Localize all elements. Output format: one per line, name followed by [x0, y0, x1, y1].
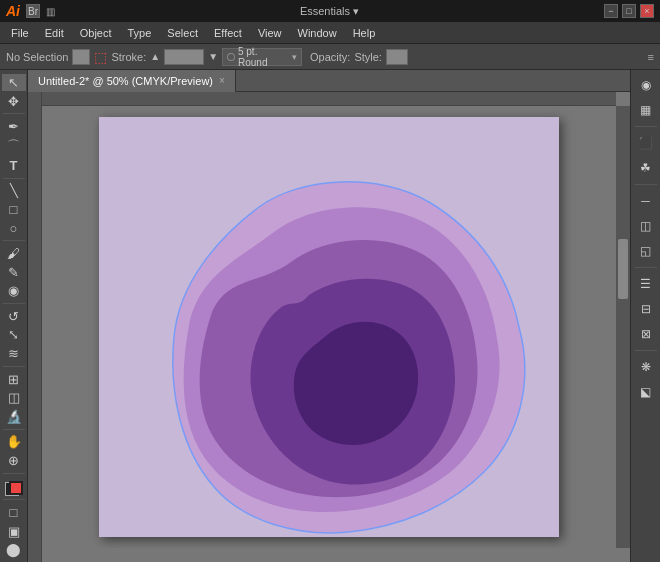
- warp-tool[interactable]: ≋: [2, 345, 26, 362]
- no-selection-label: No Selection: [6, 51, 68, 63]
- scale-tool[interactable]: ⤡: [2, 327, 26, 344]
- right-panel-separator-2: [635, 184, 657, 185]
- stroke-icon: ⬚: [94, 49, 107, 65]
- stroke-dropdown-arrow[interactable]: ▾: [292, 52, 297, 62]
- pen-tool[interactable]: ✒: [2, 118, 26, 135]
- canvas-wrapper: [42, 106, 616, 548]
- right-panel-separator-4: [635, 350, 657, 351]
- ruler-left: [28, 92, 42, 562]
- selection-tool[interactable]: ↖: [2, 74, 26, 91]
- main-area: ↖ ✥ ✒ ⌒ T ╲ □ ○ 🖌 ✎ ◉ ↺ ⤡ ≋ ⊞ ◫ 🔬 ✋ ⊕ □ …: [0, 70, 660, 562]
- menu-file[interactable]: File: [4, 25, 36, 41]
- transparency-panel-btn[interactable]: ◱: [634, 240, 658, 262]
- left-toolbar: ↖ ✥ ✒ ⌒ T ╲ □ ○ 🖌 ✎ ◉ ↺ ⤡ ≋ ⊞ ◫ 🔬 ✋ ⊕ □ …: [0, 70, 28, 562]
- align-panel-btn[interactable]: ⊟: [634, 298, 658, 320]
- tab-title: Untitled-2* @ 50% (CMYK/Preview): [38, 75, 213, 87]
- pathfinder-panel-btn[interactable]: ⊠: [634, 323, 658, 345]
- right-panel-separator-3: [635, 267, 657, 268]
- toolbar-separator-3: [3, 240, 25, 241]
- stroke-color[interactable]: [9, 481, 23, 495]
- screen-mode-btn[interactable]: ⬤: [2, 542, 26, 559]
- color-boxes: [3, 482, 25, 496]
- menu-view[interactable]: View: [251, 25, 289, 41]
- eyedropper-tool[interactable]: 🔬: [2, 408, 26, 425]
- stroke-color-box[interactable]: [164, 49, 204, 65]
- draw-inside-btn[interactable]: ▣: [2, 523, 26, 540]
- curvature-tool[interactable]: ⌒: [2, 137, 26, 155]
- minimize-button[interactable]: −: [604, 4, 618, 18]
- menu-edit[interactable]: Edit: [38, 25, 71, 41]
- title-bar-left: Ai Br ▥: [6, 3, 55, 19]
- blob-brush-tool[interactable]: ◉: [2, 282, 26, 299]
- stroke-dot-icon: [227, 53, 235, 61]
- workspace-menu-icon: ▥: [46, 6, 55, 17]
- stroke-label: Stroke:: [111, 51, 146, 63]
- menu-effect[interactable]: Effect: [207, 25, 249, 41]
- style-label: Style:: [354, 51, 382, 63]
- type-tool[interactable]: T: [2, 157, 26, 174]
- gradient-tool[interactable]: ◫: [2, 389, 26, 406]
- title-bar: Ai Br ▥ Essentials ▾ − □ ×: [0, 0, 660, 22]
- scrollbar-thumb[interactable]: [618, 239, 628, 299]
- toolbar-separator-7: [3, 473, 25, 474]
- opacity-label: Opacity:: [310, 51, 350, 63]
- stroke-up-arrow[interactable]: ▲: [150, 51, 160, 62]
- options-menu-btn[interactable]: ≡: [648, 51, 654, 63]
- app-logo: Ai: [6, 3, 20, 19]
- toolbar-separator-5: [3, 366, 25, 367]
- right-panel-separator-1: [635, 126, 657, 127]
- artboard: [99, 117, 559, 537]
- right-panel: ◉ ▦ ⬛ ☘ ─ ◫ ◱ ☰ ⊟ ⊠ ❋ ⬕: [630, 70, 660, 562]
- draw-normal-btn[interactable]: □: [2, 504, 26, 521]
- direct-selection-tool[interactable]: ✥: [2, 93, 26, 110]
- swatches-panel-btn[interactable]: ▦: [634, 99, 658, 121]
- stroke-value: 5 pt. Round: [238, 46, 289, 68]
- toolbar-separator-6: [3, 429, 25, 430]
- options-bar: No Selection ⬚ Stroke: ▲ ▼ 5 pt. Round ▾…: [0, 44, 660, 70]
- document-tab[interactable]: Untitled-2* @ 50% (CMYK/Preview) ×: [28, 70, 236, 92]
- canvas-area: Untitled-2* @ 50% (CMYK/Preview) ×: [28, 70, 630, 562]
- menu-window[interactable]: Window: [291, 25, 344, 41]
- br-button[interactable]: Br: [26, 4, 40, 18]
- graph-tool[interactable]: ⊞: [2, 371, 26, 388]
- menu-help[interactable]: Help: [346, 25, 383, 41]
- paintbrush-tool[interactable]: 🖌: [2, 245, 26, 262]
- artwork-svg: [99, 117, 559, 537]
- stroke-width-field[interactable]: 5 pt. Round ▾: [222, 48, 302, 66]
- menu-type[interactable]: Type: [121, 25, 159, 41]
- artboards-panel-btn[interactable]: ⬕: [634, 381, 658, 403]
- style-box[interactable]: [386, 49, 408, 65]
- menu-bar: File Edit Object Type Select Effect View…: [0, 22, 660, 44]
- ruler-top: [42, 92, 616, 106]
- toolbar-separator-8: [3, 499, 25, 500]
- workspace-dropdown[interactable]: Essentials ▾: [300, 5, 359, 18]
- close-button[interactable]: ×: [640, 4, 654, 18]
- zoom-tool[interactable]: ⊕: [2, 452, 26, 469]
- fill-color-box[interactable]: [72, 49, 90, 65]
- window-controls: − □ ×: [604, 4, 654, 18]
- stroke-down-arrow[interactable]: ▼: [208, 51, 218, 62]
- color-panel-btn[interactable]: ◉: [634, 74, 658, 96]
- brushes-panel-btn[interactable]: ⬛: [634, 132, 658, 154]
- rect-tool[interactable]: □: [2, 201, 26, 218]
- scroll-area[interactable]: [28, 92, 630, 562]
- gradient-panel-btn[interactable]: ◫: [634, 215, 658, 237]
- line-tool[interactable]: ╲: [2, 182, 26, 199]
- appearance-panel-btn[interactable]: ☰: [634, 273, 658, 295]
- tab-close-button[interactable]: ×: [219, 75, 225, 86]
- maximize-button[interactable]: □: [622, 4, 636, 18]
- toolbar-separator-1: [3, 113, 25, 114]
- ellipse-tool[interactable]: ○: [2, 220, 26, 237]
- menu-select[interactable]: Select: [160, 25, 205, 41]
- vertical-scrollbar[interactable]: [616, 106, 630, 548]
- layers-panel-btn[interactable]: ❋: [634, 356, 658, 378]
- rotate-tool[interactable]: ↺: [2, 308, 26, 325]
- toolbar-separator-2: [3, 178, 25, 179]
- tab-bar: Untitled-2* @ 50% (CMYK/Preview) ×: [28, 70, 630, 92]
- symbols-panel-btn[interactable]: ☘: [634, 157, 658, 179]
- menu-object[interactable]: Object: [73, 25, 119, 41]
- pencil-tool[interactable]: ✎: [2, 264, 26, 281]
- hand-tool[interactable]: ✋: [2, 434, 26, 451]
- toolbar-separator-4: [3, 303, 25, 304]
- stroke-panel-btn[interactable]: ─: [634, 190, 658, 212]
